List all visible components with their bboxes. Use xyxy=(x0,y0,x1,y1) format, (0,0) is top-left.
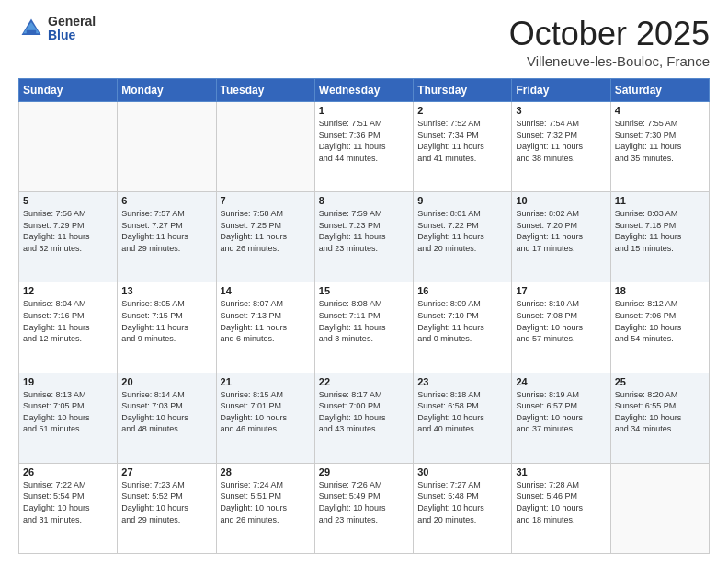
calendar-cell: 11Sunrise: 8:03 AM Sunset: 7:18 PM Dayli… xyxy=(610,192,709,282)
calendar-cell: 27Sunrise: 7:23 AM Sunset: 5:52 PM Dayli… xyxy=(118,463,216,553)
header-thursday: Thursday xyxy=(414,79,512,102)
day-info: Sunrise: 7:27 AM Sunset: 5:48 PM Dayligh… xyxy=(417,479,507,525)
calendar-cell: 15Sunrise: 8:08 AM Sunset: 7:11 PM Dayli… xyxy=(314,282,413,373)
day-number: 26 xyxy=(23,466,113,477)
day-number: 15 xyxy=(319,285,409,296)
day-number: 6 xyxy=(121,195,211,206)
day-number: 11 xyxy=(615,195,705,206)
day-info: Sunrise: 8:18 AM Sunset: 6:58 PM Dayligh… xyxy=(417,389,507,435)
calendar-cell: 16Sunrise: 8:09 AM Sunset: 7:10 PM Dayli… xyxy=(414,282,512,373)
calendar-cell: 6Sunrise: 7:57 AM Sunset: 7:27 PM Daylig… xyxy=(118,192,216,282)
day-info: Sunrise: 7:23 AM Sunset: 5:52 PM Dayligh… xyxy=(121,479,211,525)
day-info: Sunrise: 8:17 AM Sunset: 7:00 PM Dayligh… xyxy=(319,389,409,435)
header-sunday: Sunday xyxy=(19,79,118,102)
calendar-week-4: 19Sunrise: 8:13 AM Sunset: 7:05 PM Dayli… xyxy=(19,373,710,463)
day-number: 7 xyxy=(221,195,311,206)
day-info: Sunrise: 7:57 AM Sunset: 7:27 PM Dayligh… xyxy=(121,208,211,254)
header-tuesday: Tuesday xyxy=(216,79,314,102)
day-info: Sunrise: 7:54 AM Sunset: 7:32 PM Dayligh… xyxy=(516,118,606,164)
calendar-cell: 30Sunrise: 7:27 AM Sunset: 5:48 PM Dayli… xyxy=(414,463,512,553)
day-number: 18 xyxy=(615,285,705,296)
day-number: 28 xyxy=(221,466,311,477)
calendar-cell: 14Sunrise: 8:07 AM Sunset: 7:13 PM Dayli… xyxy=(216,282,314,373)
day-info: Sunrise: 7:51 AM Sunset: 7:36 PM Dayligh… xyxy=(319,118,409,164)
calendar-cell: 13Sunrise: 8:05 AM Sunset: 7:15 PM Dayli… xyxy=(118,282,216,373)
calendar-cell: 20Sunrise: 8:14 AM Sunset: 7:03 PM Dayli… xyxy=(118,373,216,463)
day-number: 2 xyxy=(417,105,507,116)
page: General Blue October 2025 Villeneuve-les… xyxy=(0,0,728,563)
calendar-cell: 19Sunrise: 8:13 AM Sunset: 7:05 PM Dayli… xyxy=(19,373,118,463)
calendar-cell xyxy=(610,463,709,553)
day-info: Sunrise: 8:15 AM Sunset: 7:01 PM Dayligh… xyxy=(221,389,311,435)
day-info: Sunrise: 7:52 AM Sunset: 7:34 PM Dayligh… xyxy=(417,118,507,164)
calendar-cell xyxy=(19,102,118,192)
day-number: 9 xyxy=(417,195,507,206)
day-number: 4 xyxy=(615,105,705,116)
calendar-cell: 3Sunrise: 7:54 AM Sunset: 7:32 PM Daylig… xyxy=(512,102,610,192)
calendar-cell: 24Sunrise: 8:19 AM Sunset: 6:57 PM Dayli… xyxy=(512,373,610,463)
day-info: Sunrise: 8:19 AM Sunset: 6:57 PM Dayligh… xyxy=(516,389,606,435)
day-info: Sunrise: 7:28 AM Sunset: 5:46 PM Dayligh… xyxy=(516,479,606,525)
day-info: Sunrise: 8:10 AM Sunset: 7:08 PM Dayligh… xyxy=(516,298,606,344)
day-number: 12 xyxy=(23,285,113,296)
day-number: 17 xyxy=(516,285,606,296)
calendar-cell: 22Sunrise: 8:17 AM Sunset: 7:00 PM Dayli… xyxy=(314,373,413,463)
day-number: 23 xyxy=(417,376,507,387)
calendar: Sunday Monday Tuesday Wednesday Thursday… xyxy=(18,78,710,554)
day-info: Sunrise: 8:04 AM Sunset: 7:16 PM Dayligh… xyxy=(23,298,113,344)
day-info: Sunrise: 7:26 AM Sunset: 5:49 PM Dayligh… xyxy=(319,479,409,525)
header-monday: Monday xyxy=(118,79,216,102)
calendar-cell: 12Sunrise: 8:04 AM Sunset: 7:16 PM Dayli… xyxy=(19,282,118,373)
logo: General Blue xyxy=(18,15,96,43)
day-info: Sunrise: 8:14 AM Sunset: 7:03 PM Dayligh… xyxy=(121,389,211,435)
day-number: 30 xyxy=(417,466,507,477)
day-number: 8 xyxy=(319,195,409,206)
day-number: 29 xyxy=(319,466,409,477)
day-info: Sunrise: 7:58 AM Sunset: 7:25 PM Dayligh… xyxy=(221,208,311,254)
calendar-cell: 7Sunrise: 7:58 AM Sunset: 7:25 PM Daylig… xyxy=(216,192,314,282)
title-block: October 2025 Villeneuve-les-Bouloc, Fran… xyxy=(509,15,710,69)
calendar-cell: 9Sunrise: 8:01 AM Sunset: 7:22 PM Daylig… xyxy=(414,192,512,282)
logo-blue-text: Blue xyxy=(48,29,96,42)
calendar-cell xyxy=(118,102,216,192)
calendar-week-1: 1Sunrise: 7:51 AM Sunset: 7:36 PM Daylig… xyxy=(19,102,710,192)
calendar-cell: 4Sunrise: 7:55 AM Sunset: 7:30 PM Daylig… xyxy=(610,102,709,192)
day-info: Sunrise: 7:22 AM Sunset: 5:54 PM Dayligh… xyxy=(23,479,113,525)
logo-general: General xyxy=(48,15,96,29)
day-number: 10 xyxy=(516,195,606,206)
day-info: Sunrise: 8:20 AM Sunset: 6:55 PM Dayligh… xyxy=(615,389,705,435)
calendar-cell: 18Sunrise: 8:12 AM Sunset: 7:06 PM Dayli… xyxy=(610,282,709,373)
calendar-cell: 1Sunrise: 7:51 AM Sunset: 7:36 PM Daylig… xyxy=(314,102,413,192)
location: Villeneuve-les-Bouloc, France xyxy=(509,53,710,69)
day-number: 13 xyxy=(121,285,211,296)
day-info: Sunrise: 8:07 AM Sunset: 7:13 PM Dayligh… xyxy=(221,298,311,344)
day-info: Sunrise: 8:05 AM Sunset: 7:15 PM Dayligh… xyxy=(121,298,211,344)
calendar-cell: 5Sunrise: 7:56 AM Sunset: 7:29 PM Daylig… xyxy=(19,192,118,282)
day-info: Sunrise: 7:56 AM Sunset: 7:29 PM Dayligh… xyxy=(23,208,113,254)
calendar-cell xyxy=(216,102,314,192)
calendar-cell: 31Sunrise: 7:28 AM Sunset: 5:46 PM Dayli… xyxy=(512,463,610,553)
calendar-cell: 26Sunrise: 7:22 AM Sunset: 5:54 PM Dayli… xyxy=(19,463,118,553)
day-number: 16 xyxy=(417,285,507,296)
day-number: 1 xyxy=(319,105,409,116)
day-number: 27 xyxy=(121,466,211,477)
calendar-week-3: 12Sunrise: 8:04 AM Sunset: 7:16 PM Dayli… xyxy=(19,282,710,373)
day-info: Sunrise: 7:24 AM Sunset: 5:51 PM Dayligh… xyxy=(221,479,311,525)
day-info: Sunrise: 8:08 AM Sunset: 7:11 PM Dayligh… xyxy=(319,298,409,344)
day-number: 3 xyxy=(516,105,606,116)
calendar-cell: 8Sunrise: 7:59 AM Sunset: 7:23 PM Daylig… xyxy=(314,192,413,282)
svg-rect-2 xyxy=(27,30,37,34)
day-number: 25 xyxy=(615,376,705,387)
day-info: Sunrise: 8:01 AM Sunset: 7:22 PM Dayligh… xyxy=(417,208,507,254)
day-number: 5 xyxy=(23,195,113,206)
day-number: 21 xyxy=(221,376,311,387)
day-info: Sunrise: 8:09 AM Sunset: 7:10 PM Dayligh… xyxy=(417,298,507,344)
day-info: Sunrise: 7:55 AM Sunset: 7:30 PM Dayligh… xyxy=(615,118,705,164)
day-number: 22 xyxy=(319,376,409,387)
logo-icon xyxy=(18,16,44,41)
header-saturday: Saturday xyxy=(610,79,709,102)
calendar-cell: 29Sunrise: 7:26 AM Sunset: 5:49 PM Dayli… xyxy=(314,463,413,553)
calendar-cell: 17Sunrise: 8:10 AM Sunset: 7:08 PM Dayli… xyxy=(512,282,610,373)
day-number: 31 xyxy=(516,466,606,477)
calendar-cell: 10Sunrise: 8:02 AM Sunset: 7:20 PM Dayli… xyxy=(512,192,610,282)
